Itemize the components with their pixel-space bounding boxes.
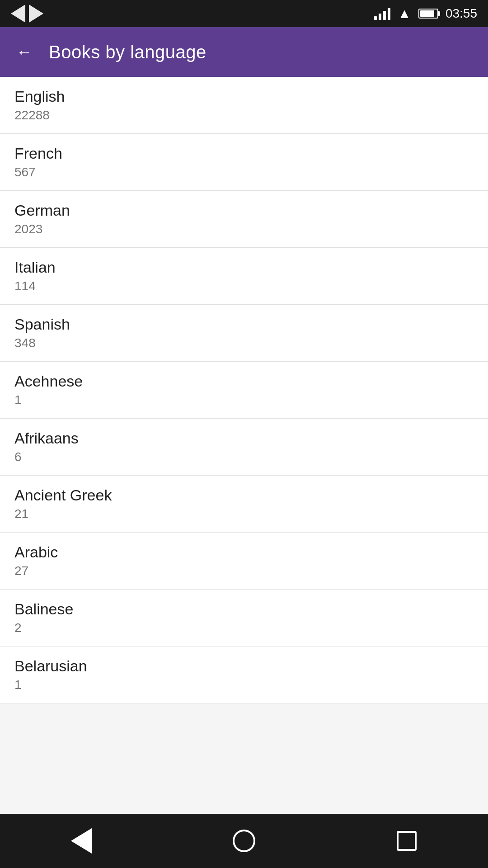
language-count: 6 bbox=[14, 450, 474, 464]
language-name: Ancient Greek bbox=[14, 486, 474, 504]
logo-left-icon bbox=[11, 5, 25, 23]
app-bar: ← Books by language bbox=[0, 27, 488, 77]
language-name: Italian bbox=[14, 259, 474, 276]
battery-icon bbox=[418, 9, 438, 19]
list-item[interactable]: Arabic27 bbox=[0, 533, 488, 590]
logo-icons bbox=[11, 5, 43, 23]
list-item[interactable]: Afrikaans6 bbox=[0, 419, 488, 476]
language-name: French bbox=[14, 145, 474, 162]
nav-home-button[interactable] bbox=[217, 823, 271, 859]
language-count: 22288 bbox=[14, 108, 474, 123]
time-display: 03:55 bbox=[446, 6, 477, 21]
wifi-icon: ▲ bbox=[398, 6, 411, 21]
nav-back-button[interactable] bbox=[54, 823, 108, 859]
recents-nav-icon bbox=[397, 831, 417, 851]
nav-bar bbox=[0, 814, 488, 868]
language-count: 348 bbox=[14, 336, 474, 350]
status-bar-left bbox=[11, 5, 43, 23]
list-item[interactable]: German2023 bbox=[0, 191, 488, 248]
language-count: 1 bbox=[14, 678, 474, 692]
list-item[interactable]: Spanish348 bbox=[0, 305, 488, 362]
signal-icon bbox=[374, 7, 390, 20]
language-name: Belarusian bbox=[14, 657, 474, 675]
language-name: Acehnese bbox=[14, 373, 474, 390]
language-count: 1 bbox=[14, 393, 474, 407]
language-name: Balinese bbox=[14, 600, 474, 618]
language-list: English22288French567German2023Italian11… bbox=[0, 77, 488, 703]
language-name: Spanish bbox=[14, 316, 474, 333]
language-count: 2023 bbox=[14, 222, 474, 236]
language-name: Afrikaans bbox=[14, 429, 474, 447]
language-name: English bbox=[14, 88, 474, 105]
back-nav-icon bbox=[71, 828, 92, 854]
logo-right-icon bbox=[29, 5, 43, 23]
list-item[interactable]: English22288 bbox=[0, 77, 488, 134]
home-nav-icon bbox=[233, 830, 255, 852]
language-count: 567 bbox=[14, 165, 474, 179]
list-item[interactable]: Balinese2 bbox=[0, 590, 488, 646]
back-button[interactable]: ← bbox=[11, 38, 38, 66]
nav-recents-button[interactable] bbox=[380, 823, 434, 859]
language-name: German bbox=[14, 202, 474, 219]
language-count: 2 bbox=[14, 621, 474, 635]
status-bar: ▲ 03:55 bbox=[0, 0, 488, 27]
page-title: Books by language bbox=[49, 42, 206, 62]
language-name: Arabic bbox=[14, 543, 474, 561]
status-bar-right: ▲ 03:55 bbox=[374, 6, 477, 21]
list-item[interactable]: French567 bbox=[0, 134, 488, 191]
list-item[interactable]: Italian114 bbox=[0, 248, 488, 305]
list-item[interactable]: Belarusian1 bbox=[0, 646, 488, 703]
list-item[interactable]: Ancient Greek21 bbox=[0, 476, 488, 533]
list-item[interactable]: Acehnese1 bbox=[0, 362, 488, 419]
language-count: 21 bbox=[14, 507, 474, 521]
language-count: 27 bbox=[14, 564, 474, 578]
language-count: 114 bbox=[14, 279, 474, 293]
